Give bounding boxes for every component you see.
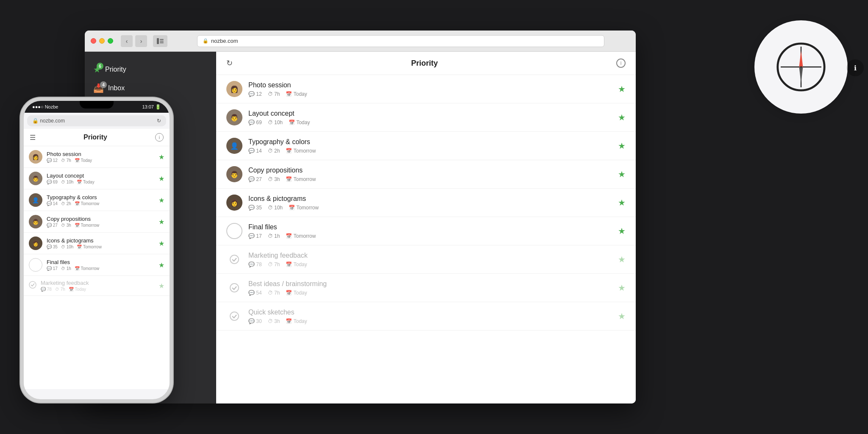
phone-task-item[interactable]: 👨 Copy propositions 💬 27 ⏱ 3h 📅 Tomorrow… — [24, 211, 170, 233]
star-button[interactable]: ★ — [618, 112, 626, 122]
svg-point-12 — [29, 281, 36, 288]
task-info: Layout concept 💬 69 ⏱ 10h 📅 Today — [248, 110, 612, 125]
phone-task-item[interactable]: 👩 Photo session 💬 12 ⏱ 7h 📅 Today ★ — [24, 146, 170, 168]
info-button[interactable]: i — [616, 58, 626, 68]
phone-url-bar[interactable]: 🔒 nozbe.com ↻ — [27, 115, 166, 126]
task-list: 👩 Photo session 💬 12 ⏱ 7h 📅 Today ★ 👨 La… — [216, 75, 636, 331]
star-button[interactable]: ★ — [618, 169, 626, 179]
phone-time: ⏱ 10h — [61, 245, 73, 249]
task-name: Typography & colors — [248, 138, 612, 146]
comment-count: 💬 69 — [248, 120, 262, 125]
phone-due: 📅 Tomorrow — [75, 201, 100, 206]
task-name: Icons & pictograms — [248, 195, 612, 203]
task-name: Best ideas / brainstorming — [248, 280, 612, 288]
task-item[interactable]: 👩 Photo session 💬 12 ⏱ 7h 📅 Today ★ — [216, 75, 636, 103]
phone-time: ⏱ 7h — [55, 287, 65, 292]
time-estimate: ⏱ 2h — [268, 148, 280, 154]
phone-star-button[interactable]: ★ — [159, 282, 164, 290]
sidebar-item-priority[interactable]: ★ 6 Priority — [85, 60, 216, 79]
star-button[interactable]: ★ — [618, 311, 626, 321]
sidebar-item-inbox[interactable]: 📥 4 Inbox — [85, 79, 216, 97]
comment-count: 💬 14 — [248, 148, 262, 154]
phone-time: ⏱ 2h — [61, 201, 71, 206]
address-bar[interactable]: 🔒 nozbe.com — [197, 35, 604, 47]
page-title: Priority — [239, 59, 609, 68]
check-icon — [226, 251, 242, 267]
due-date: 📅 Tomorrow — [286, 148, 316, 154]
phone-task-info: Copy propositions 💬 27 ⏱ 3h 📅 Tomorrow — [47, 216, 154, 228]
phone-task-item[interactable]: Final files 💬 17 ⏱ 1h 📅 Tomorrow ★ — [24, 254, 170, 276]
svg-marker-3 — [799, 51, 803, 68]
back-button[interactable]: ‹ — [121, 35, 133, 47]
task-info: Best ideas / brainstorming 💬 54 ⏱ 7h 📅 T… — [248, 280, 612, 296]
task-item[interactable]: 👨 Layout concept 💬 69 ⏱ 10h 📅 Today ★ — [216, 103, 636, 132]
compass-icon — [776, 42, 826, 92]
task-meta: 💬 27 ⏱ 3h 📅 Tomorrow — [248, 176, 612, 182]
phone-star-button[interactable]: ★ — [159, 153, 164, 161]
phone-task-item[interactable]: 👤 Typography & colors 💬 14 ⏱ 2h 📅 Tomorr… — [24, 189, 170, 211]
sidebar-toggle-button[interactable] — [153, 35, 167, 47]
phone-star-button[interactable]: ★ — [159, 196, 164, 204]
task-info: Icons & pictograms 💬 35 ⏱ 10h 📅 Tomorrow — [248, 195, 612, 211]
phone-reload-icon[interactable]: ↻ — [157, 118, 161, 124]
star-button[interactable]: ★ — [618, 226, 626, 236]
task-item[interactable]: 👨 Copy propositions 💬 27 ⏱ 3h 📅 Tomorrow… — [216, 160, 636, 189]
phone-comment-count: 💬 35 — [47, 245, 58, 249]
phone-task-info: Marketing feedback 💬 78 ⏱ 7h 📅 Today — [41, 280, 154, 292]
phone-task-info: Photo session 💬 12 ⏱ 7h 📅 Today — [47, 151, 154, 163]
due-date: 📅 Today — [286, 318, 307, 324]
star-button[interactable]: ★ — [618, 141, 626, 151]
phone-comment-count: 💬 12 — [47, 158, 58, 163]
comment-count: 💬 27 — [248, 176, 262, 182]
phone-task-item[interactable]: 👨 Layout concept 💬 69 ⏱ 10h 📅 Today ★ — [24, 168, 170, 189]
due-date: 📅 Tomorrow — [286, 233, 316, 239]
task-item[interactable]: 👤 Typography & colors 💬 14 ⏱ 2h 📅 Tomorr… — [216, 132, 636, 160]
phone-task-item[interactable]: Marketing feedback 💬 78 ⏱ 7h 📅 Today ★ — [24, 276, 170, 296]
phone-star-button[interactable]: ★ — [159, 218, 164, 226]
star-button[interactable]: ★ — [618, 283, 626, 293]
phone-star-button[interactable]: ★ — [159, 175, 164, 183]
phone-lock-icon: 🔒 nozbe.com — [32, 118, 65, 124]
phone-info-button[interactable]: i — [155, 133, 164, 142]
phone-comment-count: 💬 14 — [47, 201, 58, 206]
task-item[interactable]: 👩 Icons & pictograms 💬 35 ⏱ 10h 📅 Tomorr… — [216, 189, 636, 217]
phone-due: 📅 Today — [77, 180, 94, 184]
phone-time: ⏱ 1h — [61, 266, 71, 271]
comment-count: 💬 35 — [248, 205, 262, 211]
inbox-badge: 4 — [100, 81, 107, 88]
task-item[interactable]: Marketing feedback 💬 78 ⏱ 7h 📅 Today ★ — [216, 245, 636, 274]
corner-info-icon[interactable]: ℹ — [847, 59, 864, 76]
phone-task-info: Typography & colors 💬 14 ⏱ 2h 📅 Tomorrow — [47, 194, 154, 206]
maximize-button[interactable] — [108, 38, 113, 44]
close-button[interactable] — [91, 38, 96, 44]
task-meta: 💬 12 ⏱ 7h 📅 Today — [248, 91, 612, 97]
phone-title: Priority — [40, 134, 151, 141]
task-item[interactable]: Final files 💬 17 ⏱ 1h 📅 Tomorrow ★ — [216, 217, 636, 245]
phone-avatar — [29, 258, 42, 272]
phone-carrier: ●●●○ Nozbe — [32, 104, 58, 109]
phone-star-button[interactable]: ★ — [159, 261, 164, 269]
time-estimate: ⏱ 1h — [268, 233, 280, 239]
url-text: nozbe.com — [211, 38, 238, 44]
phone-task-meta: 💬 27 ⏱ 3h 📅 Tomorrow — [47, 223, 154, 228]
task-name: Final files — [248, 223, 612, 231]
hamburger-icon[interactable]: ☰ — [30, 134, 36, 142]
phone-due: 📅 Tomorrow — [75, 223, 100, 228]
avatar: 👩 — [226, 195, 242, 211]
phone-task-name: Copy propositions — [47, 216, 154, 222]
due-date: 📅 Today — [286, 91, 307, 97]
phone-time: ⏱ 3h — [61, 223, 71, 228]
star-button[interactable]: ★ — [618, 84, 626, 94]
star-button[interactable]: ★ — [618, 198, 626, 208]
phone-task-info: Icons & pictograms 💬 35 ⏱ 10h 📅 Tomorrow — [47, 237, 154, 249]
forward-button[interactable]: › — [135, 35, 147, 47]
task-item[interactable]: Best ideas / brainstorming 💬 54 ⏱ 7h 📅 T… — [216, 274, 636, 302]
task-item[interactable]: Quick sketches 💬 30 ⏱ 3h 📅 Today ★ — [216, 302, 636, 331]
star-button[interactable]: ★ — [618, 254, 626, 264]
phone-task-item[interactable]: 👩 Icons & pictograms 💬 35 ⏱ 10h 📅 Tomorr… — [24, 233, 170, 254]
minimize-button[interactable] — [99, 38, 105, 44]
refresh-icon[interactable]: ↻ — [226, 58, 233, 68]
phone-star-button[interactable]: ★ — [159, 239, 164, 248]
task-name: Marketing feedback — [248, 252, 612, 259]
task-name: Copy propositions — [248, 167, 612, 174]
